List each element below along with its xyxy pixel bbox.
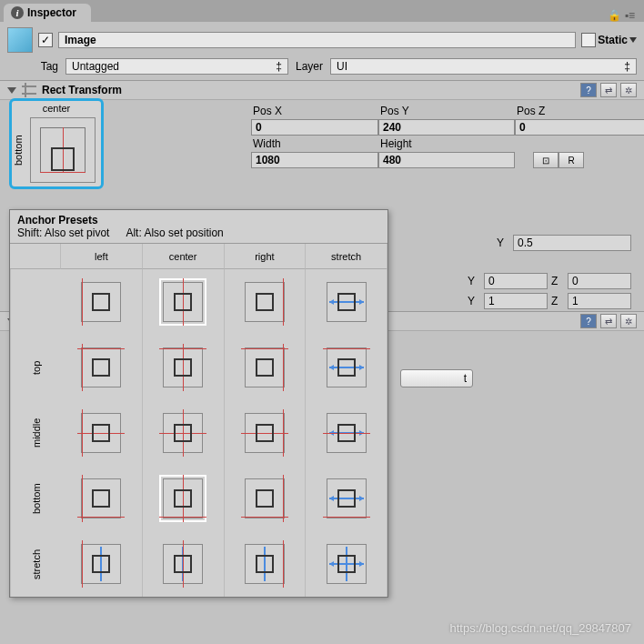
anchor-preset--stretch[interactable] (306, 269, 387, 335)
height-input[interactable] (378, 152, 515, 168)
posz-label: Pos Z (515, 104, 644, 118)
popup-title: Anchor Presets (17, 214, 380, 226)
raw-edit-button[interactable]: R (558, 152, 584, 168)
anchor-preset-bottom-left[interactable] (61, 466, 143, 531)
tag-dropdown[interactable]: Untagged‡ (65, 58, 288, 75)
layer-dropdown[interactable]: UI‡ (330, 58, 637, 75)
rotation-z-input[interactable] (568, 273, 631, 289)
anchor-preset-middle-center[interactable] (143, 400, 225, 466)
info-icon: i (11, 6, 24, 19)
object-name-input[interactable] (58, 32, 576, 48)
expand-toggle[interactable] (7, 87, 16, 94)
anchor-presets-popup: Anchor Presets Shift: Also set pivot Alt… (9, 209, 388, 598)
tab-title: Inspector (27, 6, 76, 19)
blueprint-mode-button[interactable]: ⊡ (533, 152, 558, 168)
gameobject-icon[interactable] (7, 27, 33, 53)
lock-icon[interactable]: 🔒 (608, 9, 621, 22)
anchor-preset-top-left[interactable] (61, 335, 143, 400)
anchor-preset-button[interactable]: center bottom (9, 98, 104, 189)
popup-hint-shift: Shift: Also set pivot (17, 226, 109, 239)
posx-input[interactable] (251, 119, 378, 136)
col-hdr-left: left (61, 244, 143, 269)
posz-input[interactable] (515, 119, 644, 136)
anchor-preset--right[interactable] (225, 269, 307, 335)
height-label: Height (378, 136, 515, 151)
scale-z-input[interactable] (568, 293, 631, 309)
anchor-preset-stretch-right[interactable] (225, 531, 307, 597)
sprite-field[interactable]: t (400, 369, 473, 387)
rotation-y-input[interactable] (484, 273, 548, 289)
popup-hint-alt: Alt: Also set position (126, 226, 223, 239)
tag-label: Tag (9, 60, 58, 73)
rect-transform-icon (22, 83, 36, 97)
anchor-preset-top-center[interactable] (143, 335, 225, 400)
row-hdr-top: top (10, 335, 61, 400)
help-icon-2[interactable]: ? (580, 314, 597, 328)
anchor-preset-top-stretch[interactable] (306, 335, 387, 400)
row-hdr-stretch: stretch (10, 531, 61, 597)
anchor-preset-middle-left[interactable] (61, 400, 143, 466)
layer-label: Layer (296, 60, 323, 73)
anchor-preset-bottom-stretch[interactable] (306, 466, 387, 531)
row-hdr-bottom: bottom (10, 466, 61, 531)
anchor-preset--left[interactable] (61, 269, 143, 335)
anchor-preset-stretch-stretch[interactable] (306, 531, 387, 597)
anchor-preset--center[interactable] (143, 269, 225, 335)
preset-icon-2[interactable]: ⇄ (600, 314, 617, 328)
gear-icon[interactable]: ✲ (620, 83, 637, 97)
watermark: https://blog.csdn.net/qq_29847807 (450, 621, 632, 635)
posx-label: Pos X (251, 104, 378, 118)
gear-icon-2[interactable]: ✲ (620, 314, 637, 328)
anchor-preset-top-right[interactable] (225, 335, 307, 400)
scale-y-input[interactable] (484, 293, 548, 309)
active-checkbox[interactable]: ✓ (38, 33, 53, 47)
col-hdr-right: right (225, 244, 307, 269)
anchor-preset-stretch-left[interactable] (61, 531, 143, 597)
col-hdr-stretch: stretch (306, 244, 387, 269)
context-menu-icon[interactable]: ▪≡ (625, 9, 635, 22)
width-input[interactable] (251, 152, 378, 168)
pivot-y-input[interactable] (513, 235, 631, 251)
width-label: Width (251, 136, 378, 151)
anchor-preset-bottom-right[interactable] (225, 466, 307, 531)
component-title: Rect Transform (42, 84, 122, 96)
posy-label: Pos Y (378, 104, 515, 118)
anchor-preset-middle-right[interactable] (225, 400, 307, 466)
anchor-preset-stretch-center[interactable] (143, 531, 225, 597)
inspector-tab[interactable]: i Inspector (4, 4, 91, 22)
preset-icon[interactable]: ⇄ (600, 83, 617, 97)
posy-input[interactable] (378, 119, 515, 136)
col-hdr-center: center (143, 244, 225, 269)
row-hdr-middle: middle (10, 400, 61, 466)
help-icon[interactable]: ? (580, 83, 597, 97)
anchor-preset-bottom-center[interactable] (143, 466, 225, 531)
anchor-preset-middle-stretch[interactable] (306, 400, 387, 466)
static-checkbox[interactable] (581, 33, 596, 47)
static-label: Static (598, 34, 628, 46)
static-dropdown-icon[interactable] (629, 37, 637, 43)
